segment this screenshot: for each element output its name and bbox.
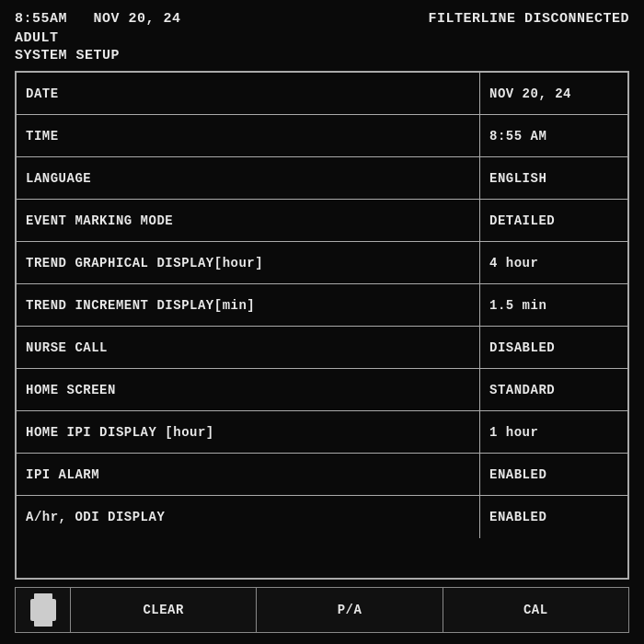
cell-value: DETAILED <box>480 200 627 241</box>
table-row[interactable]: A/hr, ODI DISPLAYENABLED <box>17 496 627 538</box>
header-time: 8:55AM <box>15 11 67 27</box>
header-time-date: 8:55AM NOV 20, 24 <box>15 11 181 27</box>
cell-label: DATE <box>17 73 480 114</box>
header-status: FILTERLINE DISCONNECTED <box>428 11 629 27</box>
cell-label: TREND INCREMENT DISPLAY[min] <box>17 284 480 326</box>
cell-label: TIME <box>17 115 480 156</box>
printer-button[interactable] <box>16 588 71 632</box>
clear-button[interactable]: CLEAR <box>71 588 257 632</box>
table-row[interactable]: HOME SCREENSTANDARD <box>17 369 627 411</box>
cell-value: STANDARD <box>480 369 627 410</box>
patient-type: ADULT <box>15 30 629 46</box>
settings-table: DATENOV 20, 24TIME8:55 AMLANGUAGEENGLISH… <box>15 71 629 580</box>
cell-label: HOME IPI DISPLAY [hour] <box>17 411 480 453</box>
section-title: SYSTEM SETUP <box>15 48 629 63</box>
table-row[interactable]: LANGUAGEENGLISH <box>17 157 627 200</box>
cell-label: IPI ALARM <box>17 454 480 495</box>
cal-button[interactable]: CAL <box>443 588 628 632</box>
cell-value: NOV 20, 24 <box>480 73 627 114</box>
table-row[interactable]: DATENOV 20, 24 <box>17 73 627 115</box>
cell-value: DISABLED <box>480 327 627 368</box>
table-row[interactable]: HOME IPI DISPLAY [hour]1 hour <box>17 411 627 454</box>
cell-label: LANGUAGE <box>17 157 480 199</box>
table-row[interactable]: IPI ALARMENABLED <box>17 454 627 496</box>
table-row[interactable]: TIME8:55 AM <box>17 115 627 157</box>
cell-value: 4 hour <box>480 242 627 283</box>
cell-value: 8:55 AM <box>480 115 627 156</box>
cell-label: EVENT MARKING MODE <box>17 200 480 241</box>
cell-label: NURSE CALL <box>17 327 480 368</box>
cell-value: 1 hour <box>480 411 627 453</box>
table-row[interactable]: TREND GRAPHICAL DISPLAY[hour]4 hour <box>17 242 627 284</box>
header: 8:55AM NOV 20, 24 FILTERLINE DISCONNECTE… <box>15 11 629 27</box>
cell-value: ENABLED <box>480 454 627 495</box>
bottom-bar: CLEAR P/A CAL <box>15 587 629 633</box>
cell-label: A/hr, ODI DISPLAY <box>17 496 480 538</box>
cell-value: 1.5 min <box>480 284 627 326</box>
screen: 8:55AM NOV 20, 24 FILTERLINE DISCONNECTE… <box>0 0 644 644</box>
table-row[interactable]: NURSE CALLDISABLED <box>17 327 627 369</box>
cell-label: HOME SCREEN <box>17 369 480 410</box>
header-date: NOV 20, 24 <box>94 11 181 27</box>
table-row[interactable]: EVENT MARKING MODEDETAILED <box>17 200 627 242</box>
cell-label: TREND GRAPHICAL DISPLAY[hour] <box>17 242 480 283</box>
cell-value: ENABLED <box>480 496 627 538</box>
table-row[interactable]: TREND INCREMENT DISPLAY[min]1.5 min <box>17 284 627 327</box>
cell-value: ENGLISH <box>480 157 627 199</box>
printer-icon <box>30 599 56 621</box>
pa-button[interactable]: P/A <box>257 588 443 632</box>
